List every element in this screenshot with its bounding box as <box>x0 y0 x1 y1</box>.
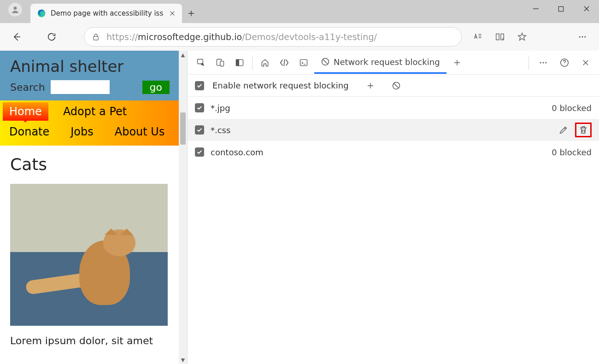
blocking-toolbar: Enable network request blocking <box>188 75 599 97</box>
page-header: Animal shelter Search go <box>0 51 179 100</box>
page-scrollbar[interactable]: ▲ ▼ <box>179 51 187 364</box>
lock-icon <box>92 33 100 41</box>
delete-pattern-icon[interactable] <box>575 123 592 137</box>
page-paragraph: Lorem ipsum dolor, sit amet <box>10 335 169 346</box>
svg-point-0 <box>14 6 17 10</box>
svg-point-15 <box>543 62 544 63</box>
welcome-tab-icon[interactable] <box>256 54 274 71</box>
svg-point-16 <box>545 62 546 63</box>
window-controls <box>523 0 599 19</box>
enable-blocking-label: Enable network request blocking <box>212 81 349 90</box>
scroll-up-icon[interactable]: ▲ <box>179 51 187 59</box>
refresh-button[interactable] <box>43 29 60 45</box>
pattern-text: contoso.com <box>211 147 264 157</box>
close-window-button[interactable] <box>574 0 599 18</box>
devtools-close-icon[interactable] <box>577 54 594 71</box>
blocking-pattern-row[interactable]: *.jpg 0 blocked <box>188 97 599 119</box>
pattern-text: *.css <box>211 125 230 135</box>
svg-rect-11 <box>236 59 239 65</box>
svg-point-4 <box>579 36 581 38</box>
elements-tab-icon[interactable] <box>276 54 293 71</box>
pattern-text: *.jpg <box>211 103 230 113</box>
devtools-help-icon[interactable] <box>556 54 573 71</box>
settings-menu-button[interactable] <box>574 29 591 45</box>
svg-rect-9 <box>220 61 224 66</box>
inspect-element-icon[interactable] <box>192 54 210 71</box>
maximize-button[interactable] <box>548 0 574 18</box>
scroll-thumb[interactable] <box>180 112 186 145</box>
svg-point-14 <box>540 62 541 63</box>
enable-blocking-checkbox[interactable] <box>195 81 204 90</box>
tab-close-icon[interactable] <box>168 9 176 18</box>
device-emulation-icon[interactable] <box>211 54 229 71</box>
devtools-more-icon[interactable] <box>534 54 552 71</box>
pattern-checkbox[interactable] <box>195 147 204 157</box>
svg-rect-7 <box>198 59 203 64</box>
blocking-pattern-list: *.jpg 0 blocked *.css <box>188 97 599 364</box>
svg-rect-12 <box>300 59 307 65</box>
pattern-blocked-count: 0 blocked <box>552 147 592 157</box>
dock-side-icon[interactable] <box>231 54 248 71</box>
scroll-down-icon[interactable]: ▼ <box>179 356 187 364</box>
nav-home[interactable]: Home <box>3 102 48 121</box>
nav-adopt[interactable]: Adopt a Pet <box>57 102 133 121</box>
svg-point-6 <box>584 36 586 38</box>
blocking-pattern-row[interactable]: contoso.com 0 blocked <box>188 141 599 163</box>
read-aloud-icon[interactable] <box>472 31 484 43</box>
profile-avatar[interactable] <box>8 3 22 17</box>
blocking-pattern-row[interactable]: *.css <box>188 119 599 141</box>
new-tab-button[interactable] <box>182 4 200 23</box>
pattern-blocked-count: 0 blocked <box>552 103 592 113</box>
cat-image <box>10 184 168 326</box>
titlebar: Demo page with accessibility issu <box>0 0 599 23</box>
search-input[interactable] <box>51 80 110 94</box>
reading-view-icon[interactable] <box>494 31 506 43</box>
edit-pattern-icon[interactable] <box>558 125 569 135</box>
svg-rect-2 <box>558 6 563 11</box>
page-viewport: Animal shelter Search go Home Adopt a Pe… <box>0 51 187 364</box>
page-heading: Cats <box>10 155 169 174</box>
search-label: Search <box>10 82 45 93</box>
address-bar[interactable]: https://microsoftedge.github.io/Demos/de… <box>84 27 462 47</box>
svg-point-5 <box>582 36 583 38</box>
url-text: https://microsoftedge.github.io/Demos/de… <box>106 32 377 42</box>
add-pattern-button[interactable] <box>362 77 379 94</box>
pattern-checkbox[interactable] <box>195 125 204 135</box>
remove-all-patterns-button[interactable] <box>388 77 405 94</box>
devtools-panel: Network request blocking <box>187 51 599 364</box>
console-tab-icon[interactable] <box>295 54 312 71</box>
tab-title: Demo page with accessibility issu <box>51 9 164 18</box>
page-nav: Home Adopt a Pet Donate Jobs About Us <box>0 100 179 146</box>
network-request-blocking-tab[interactable]: Network request blocking <box>314 52 446 74</box>
site-title: Animal shelter <box>10 57 171 76</box>
address-bar-row: https://microsoftedge.github.io/Demos/de… <box>0 23 599 51</box>
devtools-tabstrip: Network request blocking <box>188 51 599 75</box>
devtools-tab-label: Network request blocking <box>334 57 440 67</box>
pattern-checkbox[interactable] <box>195 103 204 112</box>
more-tabs-button[interactable] <box>448 54 466 71</box>
minimize-button[interactable] <box>523 0 548 18</box>
browser-tab[interactable]: Demo page with accessibility issu <box>30 4 182 23</box>
edge-favicon-icon <box>37 9 46 18</box>
nav-about[interactable]: About Us <box>108 123 171 141</box>
nav-donate[interactable]: Donate <box>6 123 56 141</box>
svg-rect-3 <box>94 36 99 40</box>
back-button[interactable] <box>8 29 25 45</box>
search-go-button[interactable]: go <box>142 81 170 94</box>
nav-jobs[interactable]: Jobs <box>64 123 100 141</box>
favorite-icon[interactable] <box>516 31 528 43</box>
